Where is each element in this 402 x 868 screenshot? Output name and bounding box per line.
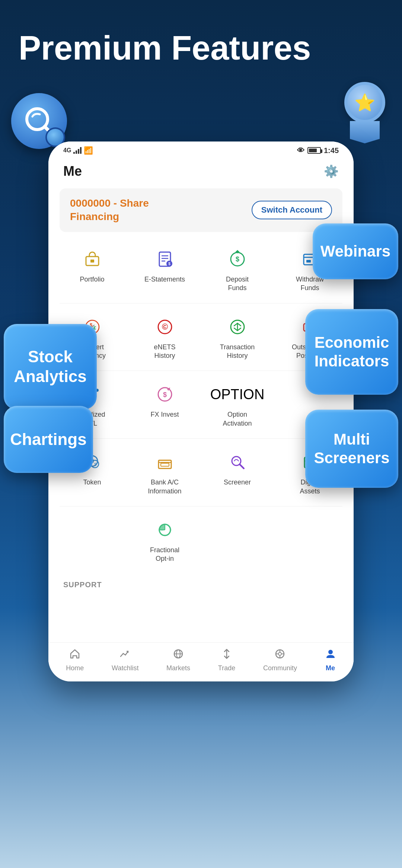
home-nav-label: Home <box>66 664 84 672</box>
app-header-title: Me <box>63 163 82 179</box>
bank-label: Bank A/CInformation <box>148 478 181 496</box>
battery-icon <box>307 147 321 154</box>
chartings-bubble: Chartings <box>4 406 93 473</box>
svg-rect-3 <box>90 260 94 263</box>
svg-text:©: © <box>162 322 168 331</box>
svg-text:$: $ <box>168 262 170 266</box>
deposit-label: DepositFunds <box>226 275 249 293</box>
community-nav-label: Community <box>263 664 297 672</box>
fractional-icon <box>152 517 178 543</box>
svg-point-48 <box>278 652 281 655</box>
community-icon <box>274 648 285 662</box>
account-banner: 0000000 - ShareFinancing Switch Account <box>60 188 342 232</box>
screener-icon <box>224 449 251 475</box>
eye-icon: 👁 <box>297 146 304 155</box>
bank-icon <box>152 449 178 475</box>
economic-indicators-label: EconomicIndicators <box>315 333 389 371</box>
stock-analytics-label: StockAnalytics <box>14 347 87 387</box>
token-label: Token <box>83 478 101 487</box>
deposit-icon: $ <box>224 246 251 272</box>
fractional-label: FractionalOpt-in <box>150 546 179 563</box>
nav-community[interactable]: Community <box>263 648 297 672</box>
fx-label: FX Invest <box>150 410 179 419</box>
transaction-icon <box>224 314 251 340</box>
svg-text:$: $ <box>163 391 166 398</box>
support-label: SUPPORT <box>63 581 102 589</box>
multi-screeners-bubble: MultiScreeners <box>305 410 398 488</box>
status-bar: 4G 📶 👁 1:45 <box>48 142 354 158</box>
svg-line-1 <box>45 127 51 133</box>
watchlist-nav-label: Watchlist <box>112 664 138 672</box>
home-icon <box>69 648 80 662</box>
estatements-label: E-Statements <box>144 275 185 284</box>
signal-bars <box>73 147 82 154</box>
nav-markets[interactable]: Markets <box>166 648 190 672</box>
markets-icon <box>173 648 184 662</box>
multi-screeners-label: MultiScreeners <box>314 430 389 468</box>
menu-item-option[interactable]: OPTION OptionActivation <box>201 375 274 435</box>
time-display: 1:45 <box>324 146 339 155</box>
svg-point-53 <box>328 650 333 654</box>
menu-item-portfolio[interactable]: Portfolio <box>56 239 128 299</box>
transaction-label: TransactionHistory <box>220 343 255 360</box>
nav-home[interactable]: Home <box>66 648 84 672</box>
menu-item-fractional[interactable]: FractionalOpt-in <box>128 510 201 570</box>
watchlist-icon <box>119 648 131 662</box>
option-label: OptionActivation <box>223 410 252 428</box>
search-bubble-icon <box>11 93 67 149</box>
nav-me[interactable]: Me <box>325 648 336 672</box>
menu-row-1: Portfolio $ E-Statements $ <box>48 236 354 303</box>
webinars-label: Webinars <box>320 242 390 261</box>
svg-line-35 <box>240 464 244 468</box>
svg-rect-14 <box>306 260 311 263</box>
portfolio-label: Portfolio <box>80 275 104 284</box>
enets-label: eNETSHistory <box>154 343 175 360</box>
app-header: Me ⚙️ <box>48 158 354 185</box>
menu-item-bank[interactable]: Bank A/CInformation <box>128 442 201 502</box>
trade-nav-label: Trade <box>218 664 235 672</box>
menu-item-empty4 <box>274 510 346 570</box>
menu-item-transaction[interactable]: TransactionHistory <box>201 307 274 367</box>
enets-icon: © <box>152 314 178 340</box>
menu-item-fx[interactable]: $ FX Invest <box>128 375 201 435</box>
me-icon <box>325 648 336 662</box>
fx-invest-icon: $ <box>152 381 178 407</box>
portfolio-icon <box>79 246 105 272</box>
chartings-label: Chartings <box>10 430 86 449</box>
me-nav-label: Me <box>326 664 335 672</box>
menu-item-empty3 <box>201 510 274 570</box>
screener-label: Screener <box>224 478 251 487</box>
webinars-bubble: Webinars <box>313 223 398 279</box>
menu-item-deposit[interactable]: $ DepositFunds <box>201 239 274 299</box>
status-left: 4G 📶 <box>63 146 93 155</box>
economic-indicators-bubble: EconomicIndicators <box>305 309 398 395</box>
nav-trade[interactable]: Trade <box>218 648 235 672</box>
menu-item-screener[interactable]: Screener <box>201 442 274 502</box>
account-name: 0000000 - ShareFinancing <box>70 197 149 224</box>
switch-account-button[interactable]: Switch Account <box>252 201 332 219</box>
status-right: 👁 1:45 <box>297 146 339 155</box>
page-title: Premium Features <box>19 30 383 67</box>
markets-nav-label: Markets <box>166 664 190 672</box>
nav-watchlist[interactable]: Watchlist <box>112 648 138 672</box>
svg-rect-32 <box>161 463 169 466</box>
svg-text:$: $ <box>94 462 96 467</box>
menu-item-enets[interactable]: © eNETSHistory <box>128 307 201 367</box>
settings-gear-icon[interactable]: ⚙️ <box>324 164 339 178</box>
award-badge-icon: ⭐ <box>335 82 395 149</box>
menu-item-empty2 <box>56 510 128 570</box>
svg-text:$: $ <box>235 255 239 263</box>
estatements-icon: $ <box>152 246 178 272</box>
network-label: 4G <box>63 147 71 154</box>
option-activation-icon: OPTION <box>224 381 251 407</box>
support-section: SUPPORT <box>48 574 354 593</box>
phone-mockup: 4G 📶 👁 1:45 Me ⚙️ 0000000 - ShareFinanci… <box>48 142 354 681</box>
stock-analytics-bubble: StockAnalytics <box>4 324 97 410</box>
trade-icon <box>221 648 232 662</box>
menu-item-estatements[interactable]: $ E-Statements <box>128 239 201 299</box>
bottom-nav: Home Watchlist Markets Trade Community <box>48 642 354 681</box>
wifi-icon: 📶 <box>84 146 93 155</box>
menu-row-5: FractionalOpt-in <box>48 506 354 574</box>
